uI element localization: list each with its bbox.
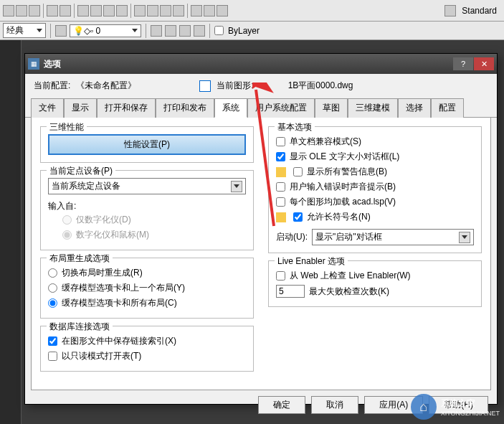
main-toolbar: Standard: [0, 0, 504, 22]
ok-button[interactable]: 确定: [258, 396, 305, 414]
legend: Live Enabler 选项: [275, 255, 348, 268]
cancel-button[interactable]: 取消: [311, 396, 358, 414]
tool-icon[interactable]: [116, 5, 128, 17]
max-fail-input[interactable]: [276, 285, 305, 298]
tab-strip: 文件显示打开和保存打印和发布系统用户系统配置草图三维建模选择配置: [25, 98, 497, 118]
radio-cache-all[interactable]: 缓存模型选项卡和所有布局(C): [48, 296, 246, 311]
tool-icon[interactable]: [134, 5, 146, 17]
current-drawing-value: 1B平面0000.dwg: [288, 80, 353, 92]
check-ole-text[interactable]: 显示 OLE 文字大小对话框(L): [276, 149, 474, 164]
style-dropdown[interactable]: 经典: [3, 23, 46, 38]
tool-icon[interactable]: [165, 25, 176, 37]
tool-icon[interactable]: [191, 5, 202, 17]
legend: 三维性能: [47, 121, 87, 133]
tool-icon[interactable]: [151, 25, 162, 37]
help-button[interactable]: ?: [453, 57, 473, 70]
check-readonly-tables[interactable]: 以只读模式打开表(T): [48, 349, 246, 364]
tab-5[interactable]: 用户系统配置: [247, 98, 315, 118]
check-load-acadlsp[interactable]: 每个图形均加载 acad.lsp(V): [276, 194, 474, 209]
tool-icon[interactable]: [179, 25, 191, 37]
config-info-row: 当前配置: 《未命名配置》 当前图形: 1B平面0000.dwg: [25, 74, 497, 98]
tool-icon[interactable]: [173, 5, 184, 17]
radio-cache-last[interactable]: 缓存模型选项卡和上一个布局(Y): [48, 281, 246, 296]
check-all-warnings[interactable]: 显示所有警告信息(B): [276, 164, 474, 179]
symbol-icon: [276, 212, 286, 222]
options-dialog: ▦ 选项 ? ✕ 当前配置: 《未命名配置》 当前图形: 1B平面0000.dw…: [24, 53, 498, 405]
fieldset-3d-perf: 三维性能 性能设置(P): [40, 126, 254, 163]
tab-8[interactable]: 选择: [398, 98, 431, 118]
radio-regen-switch[interactable]: 切换布局时重生成(R): [48, 265, 246, 281]
standard-label: Standard: [457, 6, 501, 16]
current-drawing-label: 当前图形:: [217, 80, 253, 92]
bylayer-check[interactable]: ByLayer: [214, 24, 260, 37]
tool-icon[interactable]: [194, 25, 205, 37]
legend: 基本选项: [275, 121, 315, 133]
input-from-label: 输入自:: [48, 200, 246, 212]
secondary-toolbar: 经典 💡◇▫ 0 ByLayer: [0, 22, 504, 40]
warn-icon: [276, 167, 286, 177]
dialog-titlebar: ▦ 选项 ? ✕: [25, 54, 497, 74]
tab-9[interactable]: 配置: [431, 98, 464, 118]
close-button[interactable]: ✕: [474, 57, 494, 70]
fieldset-db-connect: 数据库连接选项 在图形文件中保存链接索引(X) 以只读模式打开表(T): [40, 326, 254, 372]
tab-0[interactable]: 文件: [31, 98, 64, 118]
tool-icon[interactable]: [160, 5, 171, 17]
home-icon: ⌂: [411, 394, 437, 420]
check-store-index[interactable]: 在图形文件中保存链接索引(X): [48, 334, 246, 349]
tool-icon[interactable]: [60, 5, 71, 17]
current-config-value: 《未命名配置》: [76, 80, 136, 92]
legend: 布局重生成选项: [47, 253, 113, 265]
check-beep-error[interactable]: 用户输入错误时声音提示(B): [276, 179, 474, 194]
check-long-symbols[interactable]: 允许长符号名(N): [276, 209, 474, 225]
tool-icon[interactable]: [103, 5, 115, 17]
dwg-icon: [199, 80, 211, 92]
layer-dropdown[interactable]: 💡◇▫ 0: [70, 24, 141, 37]
tool-icon[interactable]: [3, 5, 14, 17]
tab-2[interactable]: 打开和保存: [97, 98, 156, 118]
pencil-icon[interactable]: [444, 5, 456, 17]
current-config-label: 当前配置:: [34, 80, 70, 92]
app-icon: ▦: [28, 58, 39, 70]
startup-label: 启动(U):: [276, 231, 308, 243]
startup-combo[interactable]: 显示"启动"对话框: [312, 229, 474, 245]
tab-6[interactable]: 草图: [315, 98, 348, 118]
tab-1[interactable]: 显示: [64, 98, 97, 118]
legend: 当前定点设备(P): [47, 165, 115, 177]
max-fail-label: 最大失败检查次数(K): [309, 286, 389, 298]
fieldset-basic-options: 基本选项 单文档兼容模式(S) 显示 OLE 文字大小对话框(L) 显示所有警告…: [268, 126, 482, 253]
tab-4[interactable]: 系统: [214, 98, 247, 118]
left-toolbar: [0, 40, 22, 424]
watermark: ⌂ 系统之家 XITONGZHIJIA.NET: [411, 394, 500, 420]
fieldset-pointer: 当前定点设备(P) 当前系统定点设备 输入自: 仅数字化仪(D) 数字化仪和鼠标…: [40, 170, 254, 250]
tab-7[interactable]: 三维建模: [348, 98, 398, 118]
tool-icon[interactable]: [217, 5, 228, 17]
tool-icon[interactable]: [77, 5, 89, 17]
tool-icon[interactable]: [29, 5, 40, 17]
legend: 数据库连接选项: [47, 321, 113, 333]
pointer-device-combo[interactable]: 当前系统定点设备: [48, 178, 246, 194]
dialog-title: 选项: [44, 58, 453, 70]
layer-icon[interactable]: [55, 25, 67, 37]
tool-icon[interactable]: [90, 5, 102, 17]
tab-3[interactable]: 打印和发布: [156, 98, 214, 118]
radio-digitizer-mouse: 数字化仪和鼠标(M): [62, 227, 246, 242]
tool-icon[interactable]: [147, 5, 158, 17]
check-single-doc[interactable]: 单文档兼容模式(S): [276, 134, 474, 149]
fieldset-layout-regen: 布局重生成选项 切换布局时重生成(R) 缓存模型选项卡和上一个布局(Y) 缓存模…: [40, 258, 254, 319]
tool-icon[interactable]: [16, 5, 27, 17]
tool-icon[interactable]: [47, 5, 58, 17]
perf-settings-button[interactable]: 性能设置(P): [48, 134, 246, 155]
check-web-live-enabler[interactable]: 从 Web 上检查 Live Enabler(W): [276, 268, 474, 283]
tool-icon[interactable]: [204, 5, 215, 17]
radio-digitizer-only: 仅数字化仪(D): [62, 212, 246, 227]
fieldset-live-enabler: Live Enabler 选项 从 Web 上检查 Live Enabler(W…: [268, 260, 482, 307]
tab-panel-system: 三维性能 性能设置(P) 当前定点设备(P) 当前系统定点设备 输入自: 仅数字…: [31, 118, 491, 390]
